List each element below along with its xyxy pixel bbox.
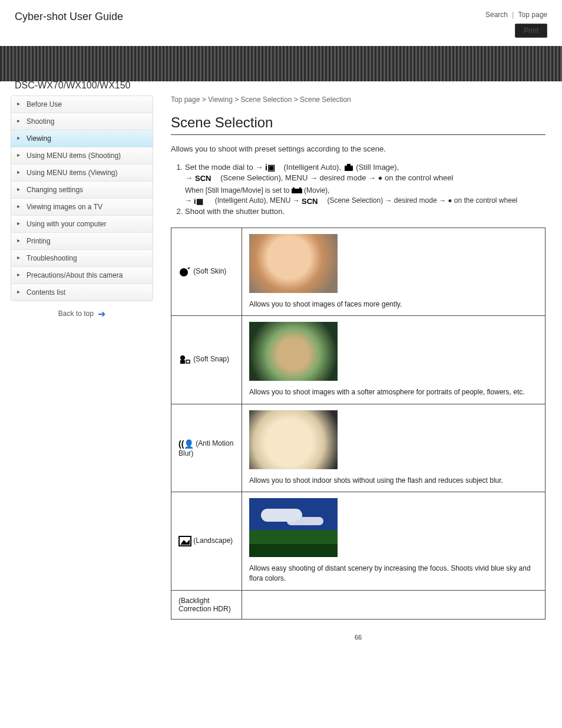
sidebar-item-viewing[interactable]: Viewing bbox=[11, 130, 153, 147]
table-row: (Soft Skin) Allows you to shoot images o… bbox=[171, 228, 546, 315]
svg-rect-5 bbox=[293, 187, 295, 190]
search-link[interactable]: Search bbox=[485, 11, 508, 19]
scn-icon-2: SCN bbox=[302, 197, 325, 205]
arrow-right-icon: ➔ bbox=[98, 309, 105, 319]
sidebar-item-menu-shooting[interactable]: Using MENU items (Shooting) bbox=[11, 147, 153, 164]
svg-text:i▣: i▣ bbox=[265, 163, 275, 172]
alt1a: When [Still Image/Movie] is set to bbox=[185, 186, 292, 195]
alt2: (Intelligent Auto), MENU bbox=[215, 196, 293, 205]
table-row: (Backlight Correction HDR) bbox=[171, 590, 546, 619]
sidebar-item-precautions[interactable]: Precautions/About this camera bbox=[11, 267, 153, 284]
alt1b: (Movie), bbox=[304, 186, 329, 195]
table-row: (Landscape) Allows easy shooting of dist… bbox=[171, 492, 546, 591]
breadcrumb: Top page > Viewing > Scene Selection > S… bbox=[171, 95, 546, 104]
svg-rect-6 bbox=[299, 187, 301, 190]
svg-text:SCN: SCN bbox=[195, 174, 211, 182]
divider bbox=[171, 134, 546, 135]
sidebar-item-computer[interactable]: Using with your computer bbox=[11, 216, 153, 232]
sidebar-item-menu-viewing[interactable]: Using MENU items (Viewing) bbox=[11, 164, 153, 181]
steps: Set the mode dial to → i▣ (Intelligent A… bbox=[171, 162, 546, 217]
breadcrumb-top[interactable]: Top page bbox=[171, 95, 200, 104]
svg-rect-11 bbox=[180, 360, 185, 364]
step1-desired: desired mode bbox=[320, 173, 368, 182]
sidebar-item-printing[interactable]: Printing bbox=[11, 233, 153, 249]
sidebar-item-tv[interactable]: Viewing images on a TV bbox=[11, 199, 153, 215]
modes-table: (Soft Skin) Allows you to shoot images o… bbox=[171, 228, 546, 620]
anti-blur-icon: ((👤)) bbox=[178, 439, 194, 449]
step1-scn: (Scene Selection), MENU bbox=[220, 173, 310, 182]
step-2: Shoot with the shutter button. bbox=[185, 206, 546, 217]
step-1: Set the mode dial to → i▣ (Intelligent A… bbox=[185, 162, 546, 183]
sidebar-item-troubleshooting[interactable]: Troubleshooting bbox=[11, 250, 153, 266]
sidebar-item-shooting[interactable]: Shooting bbox=[11, 113, 153, 130]
mode-desc: Allows you to shoot images of faces more… bbox=[249, 299, 538, 309]
main-content: Top page > Viewing > Scene Selection > S… bbox=[153, 95, 551, 641]
back-to-top-link[interactable]: Back to top ➔ bbox=[58, 309, 105, 318]
step1-prefix: Set the mode dial to bbox=[185, 163, 255, 172]
sample-image bbox=[249, 322, 338, 381]
alt3: (Scene Selection) bbox=[327, 196, 385, 205]
decorative-bars bbox=[0, 46, 562, 81]
intro-text: Allows you to shoot with preset settings… bbox=[171, 143, 546, 155]
breadcrumb-cat[interactable]: Viewing bbox=[208, 95, 233, 104]
svg-rect-2 bbox=[347, 164, 351, 166]
intelligent-auto-movie-icon: i▦ bbox=[194, 197, 213, 205]
mode-label: (Soft Skin) bbox=[193, 267, 226, 275]
sidebar-menu: Before Use Shooting Viewing Using MENU i… bbox=[11, 95, 153, 301]
page-title: Scene Selection bbox=[171, 114, 546, 131]
page-number: 66 bbox=[171, 634, 546, 641]
alt4: desired mode bbox=[394, 196, 439, 205]
soft-snap-icon bbox=[178, 354, 191, 365]
soft-skin-icon bbox=[178, 266, 191, 278]
sidebar-item-settings[interactable]: Changing settings bbox=[11, 182, 153, 198]
header-links: Search | Top page Print bbox=[485, 11, 547, 38]
svg-rect-12 bbox=[186, 360, 190, 363]
mode-desc: Allows easy shooting of distant scenery … bbox=[249, 564, 538, 584]
svg-text:i▦: i▦ bbox=[194, 197, 203, 205]
breadcrumb-leaf: Scene Selection bbox=[300, 95, 351, 104]
alt5: on the control wheel bbox=[454, 196, 517, 205]
mode-desc: Allows you to shoot indoor shots without… bbox=[249, 476, 538, 486]
svg-point-10 bbox=[180, 355, 185, 360]
sample-image bbox=[249, 410, 338, 469]
sample-image bbox=[249, 498, 338, 557]
mode-label: (Soft Snap) bbox=[193, 355, 229, 364]
step1-ia: (Intelligent Auto), bbox=[284, 163, 343, 172]
guide-title: Cyber-shot User Guide bbox=[15, 11, 123, 23]
top-page-link[interactable]: Top page bbox=[518, 11, 547, 19]
intelligent-auto-icon: i▣ bbox=[265, 163, 282, 172]
svg-text:SCN: SCN bbox=[302, 197, 318, 205]
table-row: ((👤)) (Anti Motion Blur) Allows you to s… bbox=[171, 404, 546, 492]
print-button[interactable]: Print bbox=[515, 24, 547, 38]
sample-image bbox=[249, 234, 338, 293]
svg-rect-1 bbox=[345, 166, 353, 171]
scn-icon: SCN bbox=[195, 174, 219, 182]
step1-center: on the control wheel bbox=[385, 173, 453, 182]
back-to-top-label: Back to top bbox=[58, 309, 94, 318]
sidebar-item-contents[interactable]: Contents list bbox=[11, 284, 153, 301]
svg-marker-15 bbox=[180, 539, 190, 545]
svg-point-9 bbox=[180, 268, 188, 276]
sidebar-item-before-use[interactable]: Before Use bbox=[11, 96, 153, 113]
camera-icon bbox=[343, 163, 354, 172]
mode-label: (Backlight Correction HDR) bbox=[178, 597, 231, 613]
step1-still: (Still Image), bbox=[356, 163, 399, 172]
step1-alt: When [Still Image/Movie] is set to (Movi… bbox=[185, 186, 546, 206]
svg-text:((👤)): ((👤)) bbox=[178, 439, 194, 449]
mode-label: (Landscape) bbox=[193, 536, 233, 545]
landscape-icon bbox=[178, 536, 191, 546]
breadcrumb-sub[interactable]: Scene Selection bbox=[241, 95, 292, 104]
sidebar: Before Use Shooting Viewing Using MENU i… bbox=[11, 95, 153, 641]
mode-desc: Allows you to shoot images with a softer… bbox=[249, 387, 538, 397]
table-row: (Soft Snap) Allows you to shoot images w… bbox=[171, 316, 546, 404]
movie-icon bbox=[292, 187, 302, 195]
